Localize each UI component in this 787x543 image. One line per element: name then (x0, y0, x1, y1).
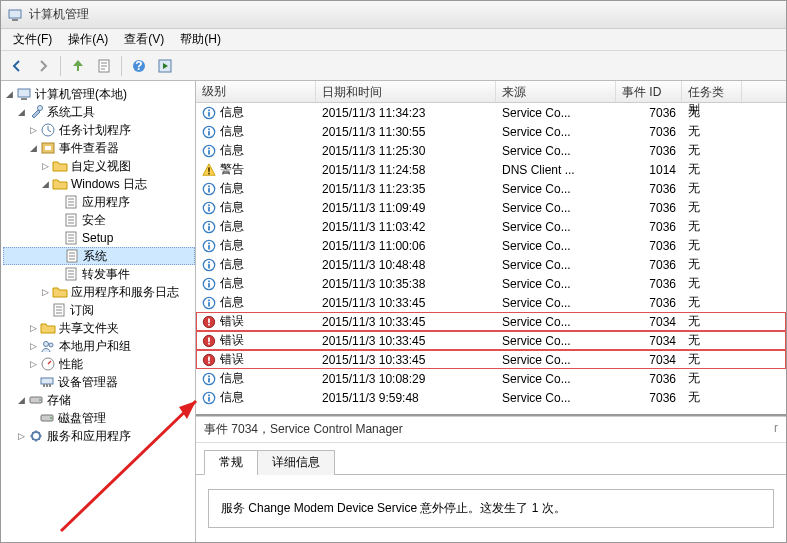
event-row[interactable]: 信息2015/11/3 10:33:45Service Co...7036无 (196, 293, 786, 312)
expand-icon[interactable]: ▷ (27, 322, 39, 334)
cell-source: Service Co... (496, 296, 616, 310)
event-row[interactable]: 错误2015/11/3 10:33:45Service Co...7034无 (196, 350, 786, 369)
col-source[interactable]: 来源 (496, 81, 616, 102)
error-icon (202, 353, 216, 367)
tree-customviews[interactable]: ▷自定义视图 (3, 157, 195, 175)
clock-icon (40, 122, 56, 138)
tree-label: 系统工具 (47, 104, 95, 121)
event-row[interactable]: 信息2015/11/3 9:59:48Service Co...7036无 (196, 388, 786, 407)
app-icon (7, 7, 23, 23)
tree-storage[interactable]: ◢存储 (3, 391, 195, 409)
folder-icon (52, 176, 68, 192)
event-row[interactable]: 信息2015/11/3 11:23:35Service Co...7036无 (196, 179, 786, 198)
cell-eventid: 7036 (616, 201, 682, 215)
collapse-icon[interactable]: ◢ (15, 394, 27, 406)
tree-eventviewer[interactable]: ◢事件查看器 (3, 139, 195, 157)
event-row[interactable]: 错误2015/11/3 10:33:45Service Co...7034无 (196, 312, 786, 331)
expand-icon[interactable]: ▷ (27, 124, 39, 136)
cell-task: 无 (682, 218, 742, 235)
tree-devmgr[interactable]: 设备管理器 (3, 373, 195, 391)
col-eventid[interactable]: 事件 ID (616, 81, 682, 102)
tree-scheduler[interactable]: ▷任务计划程序 (3, 121, 195, 139)
collapse-icon[interactable]: ◢ (15, 106, 27, 118)
properties-button[interactable] (92, 54, 116, 78)
event-row[interactable]: 信息2015/11/3 11:30:55Service Co...7036无 (196, 122, 786, 141)
action-button[interactable] (153, 54, 177, 78)
tree-perf[interactable]: ▷性能 (3, 355, 195, 373)
tree-setup-log[interactable]: Setup (3, 229, 195, 247)
cell-task: 无 (682, 142, 742, 159)
tree-system-log[interactable]: 系统 (3, 247, 195, 265)
cell-datetime: 2015/11/3 11:25:30 (316, 144, 496, 158)
detail-message: 服务 Change Modem Device Service 意外停止。这发生了… (221, 501, 566, 515)
tree-localusers[interactable]: ▷本地用户和组 (3, 337, 195, 355)
tree-app-log[interactable]: 应用程序 (3, 193, 195, 211)
event-row[interactable]: 信息2015/11/3 11:34:23Service Co...7036无 (196, 103, 786, 122)
cell-source: Service Co... (496, 391, 616, 405)
event-rows[interactable]: 信息2015/11/3 11:34:23Service Co...7036无信息… (196, 103, 786, 414)
event-row[interactable]: 信息2015/11/3 10:08:29Service Co...7036无 (196, 369, 786, 388)
tree-forwarded-log[interactable]: 转发事件 (3, 265, 195, 283)
col-level[interactable]: 级别 (196, 81, 316, 102)
event-row[interactable]: 信息2015/11/3 11:25:30Service Co...7036无 (196, 141, 786, 160)
tree-services[interactable]: ▷服务和应用程序 (3, 427, 195, 445)
expand-icon[interactable]: ▷ (39, 160, 51, 172)
cell-source: Service Co... (496, 220, 616, 234)
back-button[interactable] (5, 54, 29, 78)
expand-icon[interactable]: ▷ (27, 358, 39, 370)
col-datetime[interactable]: 日期和时间 (316, 81, 496, 102)
event-row[interactable]: 信息2015/11/3 11:00:06Service Co...7036无 (196, 236, 786, 255)
detail-corner: r (774, 421, 778, 438)
expand-icon[interactable]: ▷ (39, 286, 51, 298)
cell-source: Service Co... (496, 125, 616, 139)
event-row[interactable]: 信息2015/11/3 10:35:38Service Co...7036无 (196, 274, 786, 293)
event-row[interactable]: 信息2015/11/3 10:48:48Service Co...7036无 (196, 255, 786, 274)
collapse-icon[interactable]: ◢ (3, 88, 15, 100)
toolbar (1, 51, 786, 81)
expand-icon[interactable]: ▷ (27, 340, 39, 352)
level-text: 信息 (220, 199, 244, 216)
tree-appsvclogs[interactable]: ▷应用程序和服务日志 (3, 283, 195, 301)
help-button[interactable] (127, 54, 151, 78)
collapse-icon[interactable]: ◢ (39, 178, 51, 190)
tree-sharedfolders[interactable]: ▷共享文件夹 (3, 319, 195, 337)
event-row[interactable]: 错误2015/11/3 10:33:45Service Co...7034无 (196, 331, 786, 350)
forward-button[interactable] (31, 54, 55, 78)
event-row[interactable]: 信息2015/11/3 11:09:49Service Co...7036无 (196, 198, 786, 217)
up-button[interactable] (66, 54, 90, 78)
tree-root[interactable]: ◢计算机管理(本地) (3, 85, 195, 103)
cell-eventid: 7036 (616, 372, 682, 386)
cell-datetime: 2015/11/3 9:59:48 (316, 391, 496, 405)
info-icon (202, 182, 216, 196)
tree-security-log[interactable]: 安全 (3, 211, 195, 229)
nav-tree[interactable]: ◢计算机管理(本地) ◢系统工具 ▷任务计划程序 ◢事件查看器 ▷自定义视图 (1, 81, 196, 542)
tree-label: 设备管理器 (58, 374, 118, 391)
expand-icon[interactable]: ▷ (15, 430, 27, 442)
tab-general[interactable]: 常规 (204, 450, 258, 475)
cell-task: 无 (682, 351, 742, 368)
collapse-icon[interactable]: ◢ (27, 142, 39, 154)
log-icon (64, 248, 80, 264)
event-row[interactable]: 警告2015/11/3 11:24:58DNS Client ...1014无 (196, 160, 786, 179)
event-row[interactable]: 信息2015/11/3 11:03:42Service Co...7036无 (196, 217, 786, 236)
cell-eventid: 7036 (616, 182, 682, 196)
menu-file[interactable]: 文件(F) (5, 29, 60, 50)
tree-diskmgr[interactable]: 磁盘管理 (3, 409, 195, 427)
cell-task: 无 (682, 313, 742, 330)
menu-action[interactable]: 操作(A) (60, 29, 116, 50)
cell-eventid: 7036 (616, 106, 682, 120)
tree-winlogs[interactable]: ◢Windows 日志 (3, 175, 195, 193)
level-text: 信息 (220, 237, 244, 254)
tree-systools[interactable]: ◢系统工具 (3, 103, 195, 121)
menu-help[interactable]: 帮助(H) (172, 29, 229, 50)
tree-label: 性能 (59, 356, 83, 373)
col-task[interactable]: 任务类别 (682, 81, 742, 102)
cell-eventid: 7036 (616, 125, 682, 139)
info-icon (202, 296, 216, 310)
cell-task: 无 (682, 123, 742, 140)
tree-subscriptions[interactable]: 订阅 (3, 301, 195, 319)
cell-task: 无 (682, 104, 742, 121)
tab-details[interactable]: 详细信息 (257, 450, 335, 475)
tools-icon (28, 104, 44, 120)
menu-view[interactable]: 查看(V) (116, 29, 172, 50)
